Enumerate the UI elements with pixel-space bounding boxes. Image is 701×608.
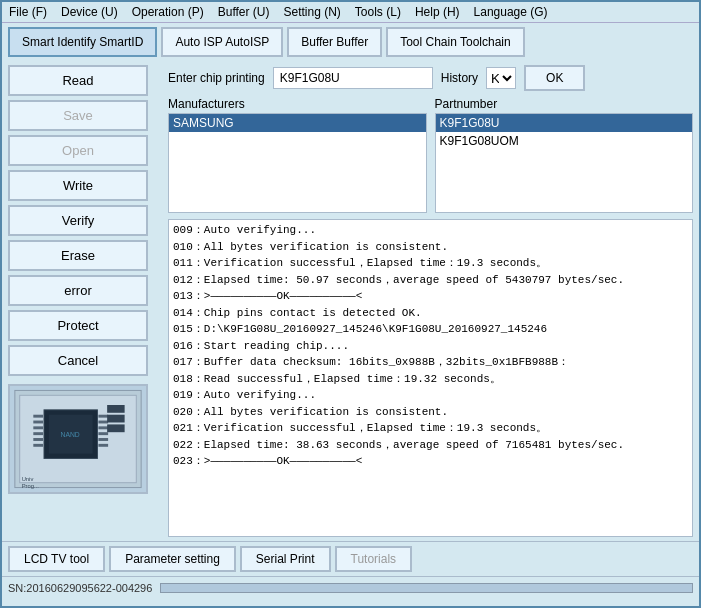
svg-text:NAND: NAND	[61, 431, 80, 438]
manufacturers-col: Manufacturers SAMSUNG	[168, 97, 427, 213]
selector-row: Manufacturers SAMSUNG Partnumber K9F1G08…	[168, 97, 693, 213]
list-item[interactable]: K9F1G08UOM	[436, 132, 693, 150]
log-line: 013：>——————————OK——————————<	[173, 288, 688, 305]
log-line: 023：>——————————OK——————————<	[173, 453, 688, 470]
list-item[interactable]: K9F1G08U	[436, 114, 693, 132]
tab-buffer[interactable]: Buffer Buffer	[287, 27, 382, 57]
svg-text:Univ: Univ	[22, 476, 34, 482]
error-button[interactable]: error	[8, 275, 148, 306]
svg-rect-6	[33, 421, 43, 424]
chip-input-label: Enter chip printing	[168, 71, 265, 85]
log-line: 018：Read successful，Elapsed time：19.32 s…	[173, 371, 688, 388]
menu-help[interactable]: Help (H)	[412, 4, 463, 20]
open-button[interactable]: Open	[8, 135, 148, 166]
history-dropdown[interactable]: K9F1G08U	[486, 67, 516, 89]
erase-button[interactable]: Erase	[8, 240, 148, 271]
progress-bar	[160, 583, 693, 593]
ok-button[interactable]: OK	[524, 65, 585, 91]
sidebar: Read Save Open Write Verify Erase error …	[8, 65, 168, 537]
menu-tools[interactable]: Tools (L)	[352, 4, 404, 20]
partnumber-label: Partnumber	[435, 97, 694, 111]
bottom-toolbar: LCD TV tool Parameter setting Serial Pri…	[2, 541, 699, 576]
statusbar: SN:20160629095622-004296	[2, 576, 699, 598]
parameter-setting-button[interactable]: Parameter setting	[109, 546, 236, 572]
log-line: 020：All bytes verification is consistent…	[173, 404, 688, 421]
log-line: 010：All bytes verification is consistent…	[173, 239, 688, 256]
history-label: History	[441, 71, 478, 85]
svg-rect-11	[98, 415, 108, 418]
list-item[interactable]: SAMSUNG	[169, 114, 426, 132]
svg-rect-17	[107, 405, 124, 413]
device-image: NAND Univ Pro	[8, 384, 148, 494]
log-area[interactable]: 009：Auto verifying...010：All bytes verif…	[168, 219, 693, 537]
chip-input-row: Enter chip printing History K9F1G08U OK	[168, 65, 693, 91]
menu-buffer[interactable]: Buffer (U)	[215, 4, 273, 20]
svg-rect-19	[107, 424, 124, 432]
serial-print-button[interactable]: Serial Print	[240, 546, 331, 572]
svg-rect-9	[33, 438, 43, 441]
tab-auto-isp[interactable]: Auto ISP AutoISP	[161, 27, 283, 57]
menu-setting[interactable]: Setting (N)	[281, 4, 344, 20]
svg-text:Prog...: Prog...	[22, 483, 40, 489]
svg-rect-16	[98, 444, 108, 447]
svg-rect-15	[98, 438, 108, 441]
write-button[interactable]: Write	[8, 170, 148, 201]
read-button[interactable]: Read	[8, 65, 148, 96]
menubar: File (F) Device (U) Operation (P) Buffer…	[2, 2, 699, 23]
protect-button[interactable]: Protect	[8, 310, 148, 341]
menu-operation[interactable]: Operation (P)	[129, 4, 207, 20]
verify-button[interactable]: Verify	[8, 205, 148, 236]
svg-rect-12	[98, 421, 108, 424]
tutorials-button[interactable]: Tutorials	[335, 546, 413, 572]
log-line: 012：Elapsed time: 50.97 seconds，average …	[173, 272, 688, 289]
tab-smart-identify[interactable]: Smart Identify SmartID	[8, 27, 157, 57]
log-line: 014：Chip pins contact is detected OK.	[173, 305, 688, 322]
partnumber-col: Partnumber K9F1G08U K9F1G08UOM	[435, 97, 694, 213]
svg-rect-8	[33, 432, 43, 435]
log-line: 017：Buffer data checksum: 16bits_0x988B，…	[173, 354, 688, 371]
svg-rect-18	[107, 415, 124, 423]
svg-rect-5	[33, 415, 43, 418]
menu-file[interactable]: File (F)	[6, 4, 50, 20]
log-line: 021：Verification successful，Elapsed time…	[173, 420, 688, 437]
log-line: 009：Auto verifying...	[173, 222, 688, 239]
svg-rect-13	[98, 426, 108, 429]
svg-rect-10	[33, 444, 43, 447]
menu-language[interactable]: Language (G)	[471, 4, 551, 20]
manufacturers-label: Manufacturers	[168, 97, 427, 111]
partnumber-list[interactable]: K9F1G08U K9F1G08UOM	[435, 113, 694, 213]
cancel-button[interactable]: Cancel	[8, 345, 148, 376]
tab-tool-chain[interactable]: Tool Chain Toolchain	[386, 27, 525, 57]
menu-device[interactable]: Device (U)	[58, 4, 121, 20]
log-line: 011：Verification successful，Elapsed time…	[173, 255, 688, 272]
save-button[interactable]: Save	[8, 100, 148, 131]
chip-input-field[interactable]	[273, 67, 433, 89]
lcd-tv-tool-button[interactable]: LCD TV tool	[8, 546, 105, 572]
log-line: 016：Start reading chip....	[173, 338, 688, 355]
right-panel: Enter chip printing History K9F1G08U OK …	[168, 65, 693, 537]
main-content: Read Save Open Write Verify Erase error …	[2, 61, 699, 541]
log-line: 015：D:\K9F1G08U_20160927_145246\K9F1G08U…	[173, 321, 688, 338]
tabbar: Smart Identify SmartID Auto ISP AutoISP …	[2, 23, 699, 61]
log-line: 022：Elapsed time: 38.63 seconds，average …	[173, 437, 688, 454]
svg-rect-7	[33, 426, 43, 429]
log-line: 019：Auto verifying...	[173, 387, 688, 404]
manufacturers-list[interactable]: SAMSUNG	[168, 113, 427, 213]
status-text: SN:20160629095622-004296	[8, 582, 152, 594]
svg-rect-14	[98, 432, 108, 435]
